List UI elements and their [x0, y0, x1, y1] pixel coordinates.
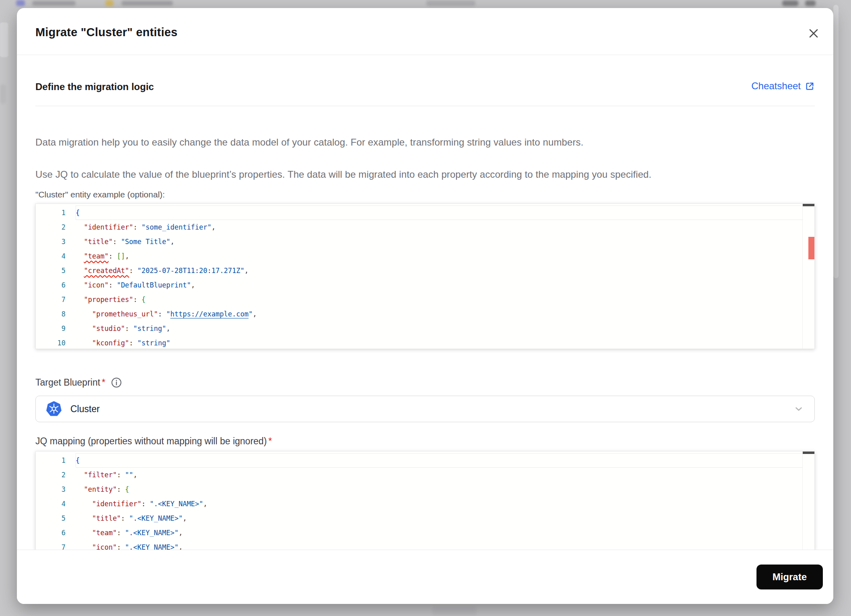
- cursor-position-marker: [803, 204, 814, 206]
- target-blueprint-label: Target Blueprint*: [35, 377, 122, 388]
- dialog-title: Migrate "Cluster" entities: [35, 26, 177, 39]
- header-divider: [17, 55, 833, 55]
- code-line: 5 "title": ".<KEY_NAME>",: [36, 511, 803, 526]
- code-line: 1{: [36, 205, 803, 220]
- code-lines[interactable]: 1{2 "filter": "",3 "entity": {4 "identif…: [36, 452, 803, 550]
- background-tab-icon-blue: [16, 0, 25, 6]
- line-number: 3: [36, 234, 76, 249]
- migrate-button[interactable]: Migrate: [756, 565, 823, 589]
- section-heading: Define the migration logic: [35, 81, 154, 92]
- cheatsheet-link[interactable]: Cheatsheet: [751, 80, 815, 92]
- external-link-icon: [805, 81, 815, 91]
- dialog-footer: Migrate: [17, 550, 833, 604]
- background-toolbar-hint: [782, 0, 798, 6]
- code-line: 6 "icon": "DefaultBlueprint",: [36, 278, 803, 292]
- background-search-hint: [426, 0, 475, 6]
- code-line: 7 "icon": ".<KEY_NAME>",: [36, 540, 803, 550]
- background-sidebar-hint: [0, 23, 8, 57]
- editor-overview-ruler: [802, 204, 814, 349]
- jq-mapping-code-editor[interactable]: 1{2 "filter": "",3 "entity": {4 "identif…: [35, 451, 815, 550]
- line-number: 7: [36, 292, 76, 307]
- background-toolbar-hint: [805, 0, 816, 6]
- line-number: 5: [36, 263, 76, 278]
- line-number: 9: [36, 321, 76, 336]
- code-line: 7 "properties": {: [36, 292, 803, 307]
- code-lines[interactable]: 1{2 "identifier": "some_identifier",3 "t…: [36, 204, 803, 349]
- line-number: 6: [36, 278, 76, 292]
- code-line: 2 "identifier": "some_identifier",: [36, 220, 803, 234]
- chevron-down-icon: [793, 404, 804, 414]
- line-number: 1: [36, 205, 76, 220]
- description-paragraph: Use JQ to calculate the value of the blu…: [35, 169, 815, 180]
- editor-overview-ruler: [802, 452, 814, 550]
- code-line: 4 "identifier": ".<KEY_NAME>",: [36, 497, 803, 511]
- target-blueprint-value: Cluster: [70, 404, 100, 415]
- code-line: 1{: [36, 453, 803, 468]
- target-blueprint-label-text: Target Blueprint: [35, 377, 100, 388]
- migrate-entities-dialog: Migrate "Cluster" entities Define the mi…: [17, 8, 833, 604]
- close-button[interactable]: [807, 27, 820, 40]
- required-asterisk: *: [268, 436, 272, 447]
- jq-mapping-label: JQ mapping (properties without mapping w…: [35, 436, 272, 447]
- background-bottom-hint: [432, 606, 477, 615]
- entity-example-code-editor[interactable]: 1{2 "identifier": "some_identifier",3 "t…: [35, 203, 815, 349]
- cheatsheet-label: Cheatsheet: [751, 80, 801, 92]
- background-sidebar-hint: [0, 84, 6, 104]
- background-tab-text: [32, 1, 76, 6]
- jq-mapping-label-text: JQ mapping (properties without mapping w…: [35, 436, 267, 447]
- kubernetes-icon: [46, 401, 62, 417]
- target-blueprint-select[interactable]: Cluster: [35, 396, 815, 422]
- code-line: 5 "createdAt": "2025-07-28T11:20:17.271Z…: [36, 263, 803, 278]
- code-line: 3 "entity": {: [36, 482, 803, 497]
- line-number: 3: [36, 482, 76, 497]
- code-line: 8 "prometheus_url": "https://example.com…: [36, 307, 803, 321]
- line-number: 2: [36, 220, 76, 234]
- line-number: 1: [36, 453, 76, 468]
- background-tab-text: [121, 1, 173, 6]
- section-divider: [35, 106, 815, 106]
- code-line: 6 "team": ".<KEY_NAME>",: [36, 526, 803, 540]
- info-icon[interactable]: [111, 377, 122, 388]
- description-paragraph: Data migration help you to easily change…: [35, 137, 815, 148]
- page-scrollbar-thumb[interactable]: [833, 5, 839, 278]
- screen: Migrate "Cluster" entities Define the mi…: [0, 0, 851, 616]
- line-number: 8: [36, 307, 76, 321]
- line-number: 10: [36, 336, 76, 349]
- code-line: 2 "filter": "",: [36, 468, 803, 482]
- code-line: 10 "kconfig": "string": [36, 336, 803, 349]
- close-icon: [808, 28, 819, 39]
- line-number: 2: [36, 468, 76, 482]
- entity-example-label: "Cluster" entity example (optional):: [35, 190, 165, 199]
- required-asterisk: *: [102, 377, 105, 388]
- code-line: 9 "studio": "string",: [36, 321, 803, 336]
- line-number: 5: [36, 511, 76, 526]
- code-line: 4 "team": [],: [36, 249, 803, 263]
- error-marker: [808, 237, 814, 259]
- code-line: 3 "title": "Some Title",: [36, 234, 803, 249]
- line-number: 4: [36, 249, 76, 263]
- cursor-position-marker: [803, 452, 814, 454]
- background-tab-icon-yellow: [105, 0, 113, 6]
- line-number: 6: [36, 526, 76, 540]
- line-number: 7: [36, 540, 76, 550]
- line-number: 4: [36, 497, 76, 511]
